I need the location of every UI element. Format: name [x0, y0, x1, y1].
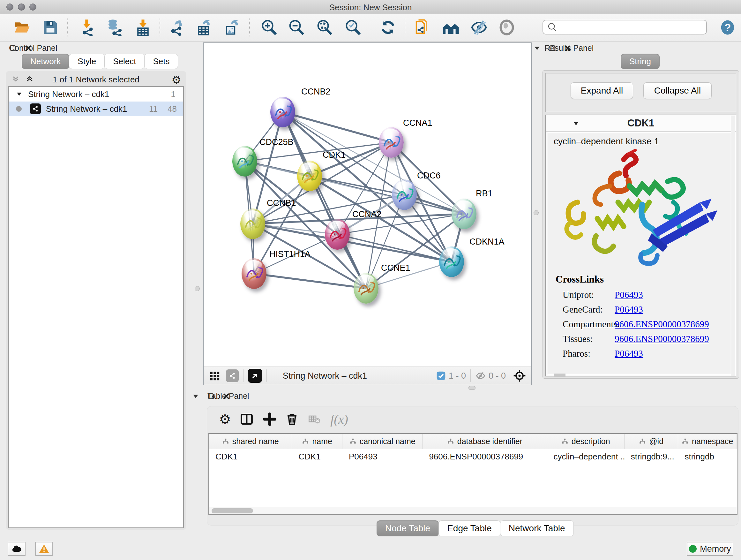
add-column-icon[interactable] [261, 410, 279, 428]
network-node-cdc6[interactable] [392, 179, 417, 210]
save-session-icon[interactable] [41, 18, 60, 37]
home-layout-icon[interactable] [441, 18, 461, 37]
panel-collapse-icon[interactable] [192, 393, 199, 400]
preview-eye-icon[interactable] [497, 18, 516, 37]
cloud-status-button[interactable] [8, 542, 25, 556]
import-database-icon[interactable] [105, 18, 124, 37]
tab-style[interactable]: Style [69, 54, 105, 69]
vertical-splitter-handle-left[interactable] [195, 286, 200, 291]
help-icon[interactable]: ? [719, 18, 737, 37]
vertical-splitter-handle-right[interactable] [534, 210, 539, 215]
table-cell[interactable]: CDK1 [209, 449, 292, 464]
network-node-ccnb2[interactable] [270, 97, 295, 127]
table-horizontal-scrollbar[interactable] [209, 507, 737, 514]
search-input[interactable] [542, 20, 707, 35]
tab-network[interactable]: Network [22, 54, 69, 69]
horizontal-splitter-handle[interactable] [468, 386, 475, 390]
crosslink-link[interactable]: P06493 [615, 304, 643, 319]
panel-close-icon[interactable] [25, 45, 32, 52]
crosslink-link[interactable]: P06493 [615, 290, 643, 304]
network-node-ccne1[interactable] [354, 273, 379, 304]
column-header--id[interactable]: @id [624, 434, 678, 449]
string-results-box: Expand All Collapse All CDK1 cyclin–depe… [542, 70, 739, 379]
expand-all-button[interactable]: Expand All [570, 82, 633, 99]
network-collection-row[interactable]: String Network – cdk1 1 [9, 87, 183, 102]
export-network-icon[interactable] [167, 18, 186, 37]
network-node-cdc25b[interactable] [232, 146, 257, 177]
grid-view-icon[interactable] [209, 370, 220, 381]
network-node-ccnb1[interactable] [240, 208, 265, 239]
table-cell[interactable]: stringdb [678, 449, 737, 464]
table-cell[interactable]: cyclin–dependent ... [547, 449, 624, 464]
hidden-eye-icon[interactable] [475, 370, 486, 381]
panel-close-icon[interactable] [564, 45, 571, 52]
zoom-out-icon[interactable] [286, 18, 306, 37]
tab-node-table[interactable]: Node Table [377, 520, 439, 537]
panel-float-icon[interactable] [207, 393, 214, 400]
network-row-selected[interactable]: String Network – cdk1 11 48 [9, 102, 183, 116]
panel-collapse-icon[interactable] [0, 45, 1, 52]
crosslink-link[interactable]: 9606.ENSP00000378699 [615, 334, 709, 348]
delete-icon[interactable] [283, 410, 301, 428]
gene-card-header[interactable]: CDK1 [546, 115, 736, 132]
panel-float-icon[interactable] [549, 45, 556, 52]
network-edge[interactable] [254, 273, 366, 288]
crosslink-link[interactable]: P06493 [615, 348, 643, 363]
network-node-ccna2[interactable] [325, 219, 350, 250]
memory-button[interactable]: Memory [687, 542, 733, 556]
panel-float-icon[interactable] [10, 45, 17, 52]
tab-edge-table[interactable]: Edge Table [439, 520, 500, 537]
first-neighbors-icon[interactable] [413, 18, 432, 37]
table-cell[interactable]: P06493 [342, 449, 422, 464]
results-scrollbar[interactable] [731, 116, 735, 376]
zoom-fit-icon[interactable] [315, 18, 334, 37]
column-header-name[interactable]: name [292, 434, 342, 449]
zoom-selected-icon[interactable] [343, 18, 362, 37]
delete-table-icon[interactable] [306, 410, 323, 428]
selected-checkbox[interactable] [436, 371, 446, 381]
crosslink-link[interactable]: 9606.ENSP00000378699 [615, 319, 709, 334]
show-hide-icon[interactable] [469, 18, 488, 37]
network-node-rb1[interactable] [452, 199, 476, 229]
column-header-canonical-name[interactable]: canonical name [342, 434, 422, 449]
gear-icon[interactable]: ⚙ [216, 410, 234, 428]
column-header-namespace[interactable]: namespace [678, 434, 737, 449]
column-header-database-identifier[interactable]: database identifier [422, 434, 547, 449]
function-builder[interactable]: f(x) [330, 410, 348, 428]
column-header-shared-name[interactable]: shared name [209, 434, 292, 449]
network-node-cdk1[interactable] [297, 161, 322, 191]
network-options-gear-icon[interactable]: ⚙ [172, 73, 181, 86]
zoom-in-icon[interactable] [259, 18, 278, 37]
network-canvas[interactable]: CCNB2 CCNA1 CDC25B CDK1 CDC6 RB1 [204, 43, 531, 367]
crosshair-icon[interactable] [513, 369, 526, 382]
refresh-icon[interactable] [379, 18, 398, 37]
scrollbar-thumb[interactable] [212, 508, 253, 513]
warning-status-button[interactable] [35, 542, 53, 556]
tab-sets[interactable]: Sets [144, 54, 178, 69]
share-view-icon[interactable] [226, 369, 239, 382]
network-node-cdkn1a[interactable] [439, 246, 464, 277]
export-image-icon[interactable] [222, 18, 241, 37]
tab-network-table[interactable]: Network Table [500, 520, 574, 537]
birdseye-icon[interactable] [248, 369, 262, 383]
collapse-all-button[interactable]: Collapse All [643, 82, 712, 99]
table-cell[interactable]: CDK1 [292, 449, 342, 464]
table-cell[interactable]: stringdb:9... [624, 449, 678, 464]
tab-string[interactable]: String [621, 54, 660, 69]
shared-column-icon [561, 438, 568, 445]
column-header-description[interactable]: description [547, 434, 624, 449]
panel-close-icon[interactable] [223, 393, 230, 400]
tree-expander-icon[interactable] [16, 91, 22, 98]
export-table-icon[interactable] [195, 18, 214, 37]
import-table-icon[interactable] [133, 18, 152, 37]
open-session-icon[interactable] [13, 18, 32, 37]
network-node-hist1h1a[interactable] [242, 258, 266, 289]
node-table[interactable]: shared name name canonical name database… [208, 433, 738, 515]
table-cell[interactable]: 9606.ENSP00000378699 [422, 449, 547, 464]
panel-collapse-icon[interactable] [534, 45, 541, 52]
import-network-icon[interactable] [78, 18, 97, 37]
table-row[interactable]: CDK1CDK1P064939606.ENSP00000378699cyclin… [209, 449, 737, 464]
network-node-ccna1[interactable] [379, 127, 404, 158]
tab-select[interactable]: Select [105, 54, 145, 69]
split-columns-icon[interactable] [238, 410, 256, 428]
